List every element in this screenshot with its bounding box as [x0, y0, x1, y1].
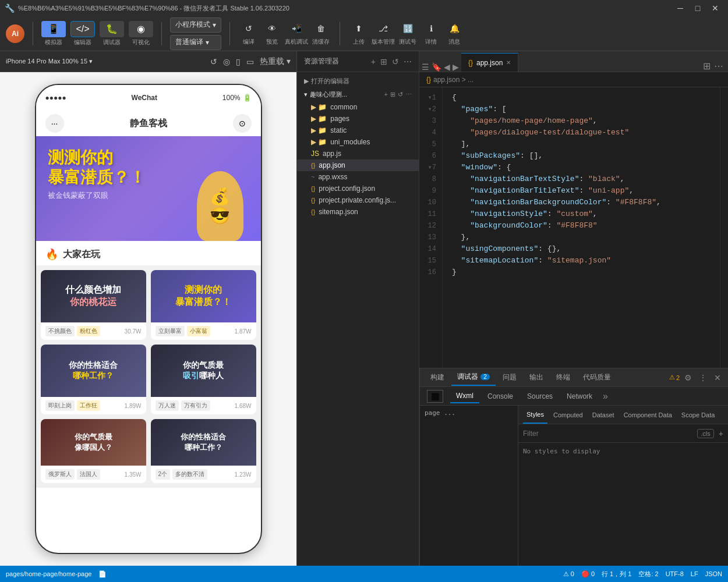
grid-item-4[interactable]: 你的气质最像哪国人？ 俄罗斯人法国人 1.35W — [41, 419, 146, 483]
close-button[interactable]: ✕ — [707, 2, 723, 14]
upload-item[interactable]: ⬆ 上传 — [348, 20, 369, 46]
refresh-icon[interactable]: ↺ — [210, 57, 217, 66]
tree-pages[interactable]: ▶ 📁 pages — [297, 113, 419, 125]
dataset-subtab[interactable]: Dataset — [589, 411, 618, 418]
refresh-files-icon[interactable]: ↺ — [392, 57, 399, 66]
cls-button[interactable]: .cls — [697, 429, 714, 438]
grid-item-5[interactable]: 你的性格适合哪种工作？ 2个多的数不清 1.23W — [151, 419, 256, 483]
grid-item-1[interactable]: 测测你的暴富潜质？！ 立刻暴富小富翁 1.87W — [151, 270, 256, 340]
line-fold-7[interactable]: ▾7 — [419, 162, 436, 173]
editor-button[interactable]: </> — [70, 21, 95, 37]
tree-uni-modules[interactable]: ▶ 📁 uni_modules — [297, 136, 419, 148]
tree-sitemap[interactable]: {} sitemap.json — [297, 206, 419, 218]
status-spaces[interactable]: 空格: 2 — [638, 570, 658, 579]
styles-content[interactable]: No styles to display — [518, 443, 728, 566]
device-select[interactable]: iPhone 14 Pro Max 100% 15 ▾ — [6, 58, 93, 65]
details-item[interactable]: ℹ 详情 — [420, 20, 441, 46]
maximize-button[interactable]: □ — [690, 2, 706, 14]
new-folder-icon[interactable]: ⊞ — [380, 57, 387, 66]
status-line-ending[interactable]: LF — [691, 570, 698, 577]
mode-select[interactable]: 小程序模式 ▾ — [170, 17, 221, 33]
simulator-group[interactable]: 📱 模拟器 — [41, 21, 66, 47]
forward-icon[interactable]: ▶ — [453, 62, 459, 72]
devtools-panel-toggle[interactable]: ▦ — [427, 390, 443, 403]
devtools-tab-debugger[interactable]: 调试器 2 — [451, 370, 496, 386]
tree-project-private[interactable]: {} project.private.config.js... — [297, 194, 419, 206]
tab-close-icon[interactable]: ✕ — [506, 59, 511, 66]
bookmark-icon[interactable]: 🔖 — [432, 62, 441, 72]
devtools-tab-code-quality[interactable]: 代码质量 — [577, 370, 617, 386]
code-area[interactable]: ▾1 ▾2 3 4 5 6 ▾7 8 9 10 11 12 13 14 15 1… — [419, 87, 728, 368]
editor-group[interactable]: </> 编辑器 — [70, 21, 95, 47]
more-editor-icon[interactable]: ⋯ — [714, 61, 723, 72]
subtab-console[interactable]: Console — [482, 390, 519, 403]
tree-app-js[interactable]: JS app.js — [297, 148, 419, 159]
collapse-icon[interactable]: ⋯ — [405, 91, 412, 98]
tree-project-config[interactable]: {} project.config.json — [297, 183, 419, 194]
debugger-button[interactable]: 🐛 — [100, 21, 124, 37]
landscape-icon[interactable]: ▭ — [246, 57, 254, 66]
status-error[interactable]: 🔴 0 — [581, 570, 595, 578]
tree-static[interactable]: ▶ 📁 static — [297, 125, 419, 136]
refresh-icon[interactable]: ↺ — [398, 91, 403, 98]
add-style-icon[interactable]: + — [719, 429, 723, 438]
status-language[interactable]: JSON — [705, 570, 722, 577]
version-item[interactable]: ⎇ 版本管理 — [372, 20, 395, 46]
clear-cache-item[interactable]: 🗑 清缓存 — [310, 20, 331, 46]
editor-tab-app-json[interactable]: {} app.json ✕ — [461, 53, 518, 72]
nav-menu-btn[interactable]: ··· — [45, 114, 64, 133]
project-section[interactable]: ▾ 趣味心理测... + ⊞ ↺ ⋯ — [297, 88, 419, 101]
hotreload-label[interactable]: 热重载 ▾ — [260, 56, 291, 67]
portrait-icon[interactable]: ▯ — [236, 57, 241, 66]
subtab-wxml[interactable]: Wxml — [450, 389, 479, 403]
minimize-button[interactable]: ─ — [672, 2, 688, 14]
debugger-group[interactable]: 🐛 调试器 — [100, 21, 124, 47]
status-encoding[interactable]: UTF-8 — [666, 570, 684, 577]
more-subtabs-icon[interactable]: » — [603, 391, 608, 402]
devtools-settings-icon[interactable]: ⚙ — [682, 372, 694, 384]
more-files-icon[interactable]: ⋯ — [404, 57, 412, 66]
status-row-col[interactable]: 行 1，列 1 — [602, 570, 631, 579]
visible-group[interactable]: ◉ 可视化 — [129, 21, 153, 47]
test-item[interactable]: 🔢 测试号 — [397, 20, 418, 46]
code-content[interactable]: { "pages": [ "pages/home-page/home-page"… — [443, 87, 720, 368]
tree-app-wxss[interactable]: ~ app.wxss — [297, 171, 419, 183]
subtab-network[interactable]: Network — [561, 390, 598, 403]
grid-item-0[interactable]: 什么颜色增加你的桃花运 不挑颜色粉红色 30.7W — [41, 270, 146, 340]
devtools-tab-issues[interactable]: 问题 — [497, 370, 522, 386]
status-path[interactable]: pages/home-page/home-page — [6, 570, 91, 577]
compile-action-item[interactable]: ↺ 编译 — [238, 20, 259, 46]
styles-subtab-active[interactable]: Styles — [523, 406, 547, 424]
line-fold-2[interactable]: ▾2 — [419, 104, 436, 115]
simulator-button[interactable]: 📱 — [41, 21, 66, 37]
visible-button[interactable]: ◉ — [129, 21, 153, 37]
add-folder-icon[interactable]: ⊞ — [390, 91, 395, 98]
status-file-icon[interactable]: 📄 — [98, 570, 107, 578]
compile-select[interactable]: 普通编译 ▾ — [170, 35, 221, 50]
opened-editors-section[interactable]: ▶ 打开的编辑器 — [297, 74, 419, 88]
line-fold-1[interactable]: ▾1 — [419, 92, 436, 104]
devtools-close-icon[interactable]: ✕ — [712, 372, 723, 384]
tree-common[interactable]: ▶ 📁 common — [297, 101, 419, 113]
editor-scrollbar[interactable] — [720, 87, 728, 368]
preview-item[interactable]: 👁 预览 — [261, 20, 282, 46]
element-tree-area[interactable]: page ... — [420, 406, 518, 566]
avatar[interactable]: Ai — [6, 24, 24, 43]
devtools-tab-output[interactable]: 输出 — [524, 370, 549, 386]
devtools-tab-terminal[interactable]: 终端 — [550, 370, 576, 386]
grid-item-2[interactable]: 你的性格适合哪种工作？ 即刻上岗工作狂 1.89W — [41, 345, 146, 414]
status-warning[interactable]: ⚠ 0 — [563, 570, 574, 578]
sidebar-toggle-icon[interactable]: ☰ — [422, 62, 429, 72]
nav-camera-btn[interactable]: ⊙ — [233, 114, 252, 133]
capture-icon[interactable]: ◎ — [223, 57, 230, 66]
devtools-more-icon[interactable]: ⋮ — [697, 372, 709, 384]
devtools-tab-build[interactable]: 构建 — [425, 370, 450, 386]
split-editor-icon[interactable]: ⊞ — [703, 61, 711, 72]
grid-item-3[interactable]: 你的气质最吸引哪种人 万人迷万有引力 1.68W — [151, 345, 256, 414]
subtab-sources[interactable]: Sources — [521, 390, 559, 403]
tree-app-json[interactable]: {} app.json — [297, 159, 419, 171]
back-icon[interactable]: ◀ — [444, 62, 450, 72]
real-device-item[interactable]: 📲 真机调试 — [285, 20, 308, 46]
add-file-icon[interactable]: + — [384, 91, 388, 98]
component-data-subtab[interactable]: Component Data — [620, 411, 676, 418]
